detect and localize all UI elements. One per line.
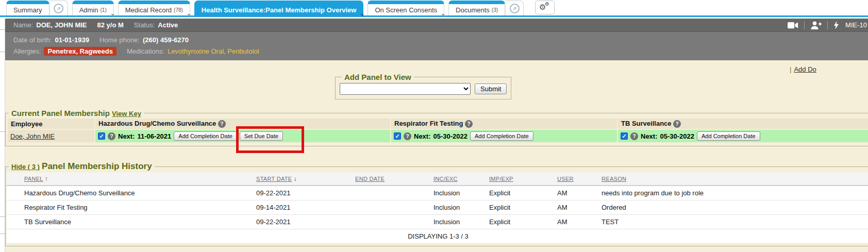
column-title: Hazardous Drug/Chemo Surveillance xyxy=(98,120,216,127)
tb-surveillance-cell: ✓ ? Next: 05-30-2022 Add Completion Date xyxy=(618,130,868,142)
dob-label: Date of birth: xyxy=(13,36,52,44)
reason-cell: Ordered xyxy=(598,200,868,215)
tab-admin[interactable]: Admin (1) xyxy=(72,1,114,15)
add-completion-date-button[interactable]: Add Completion Date xyxy=(470,131,533,141)
member-checkbox[interactable]: ✓ xyxy=(621,132,628,140)
user-cell: AM xyxy=(554,215,598,229)
add-panel-legend: Add Panel to View xyxy=(342,73,414,81)
history-footer-row: DISPLAYING 1-3 / 3 xyxy=(7,229,868,244)
next-due-date: 11-06-2021 xyxy=(138,132,172,140)
panel-membership-history-fieldset: Hide ( 3 ) Panel Membership History PANE… xyxy=(5,161,868,246)
history-row: Hazardous Drug/Chemo Surveillance 09-22-… xyxy=(7,186,868,200)
summary-popout-button[interactable]: ↗ xyxy=(49,1,68,15)
name-label: Name: xyxy=(13,21,33,29)
next-due-label: Next: xyxy=(414,132,431,140)
start-date-cell: 09-22-2021 xyxy=(253,215,352,229)
column-header-imp-exp: IMP/EXP xyxy=(486,173,554,186)
sort-start-date-link[interactable]: START DATE xyxy=(256,176,292,182)
add-completion-date-button[interactable]: Add Completion Date xyxy=(697,131,760,141)
left-panel-gutter[interactable] xyxy=(0,19,5,252)
current-panel-membership-legend: Current Panel Membership View Key xyxy=(9,109,144,117)
dob-value: 01-01-1939 xyxy=(55,36,89,44)
gutter-tick xyxy=(0,52,5,52)
sort-user-link[interactable]: USER xyxy=(557,176,574,182)
next-due-label: Next: xyxy=(641,132,658,140)
hide-history-link[interactable]: Hide ( 3 ) xyxy=(11,163,40,171)
sort-reason-link[interactable]: REASON xyxy=(602,176,626,182)
tab-on-screen-consents[interactable]: On Screen Consents xyxy=(368,1,444,15)
sort-ascending-icon: ↑ xyxy=(45,175,48,182)
sort-imp-exp-link[interactable]: IMP/EXP xyxy=(489,176,513,182)
tab-summary[interactable]: Summary xyxy=(6,1,49,15)
help-icon[interactable]: ? xyxy=(630,132,638,140)
column-header-employee: Employee xyxy=(8,119,94,129)
user-cell: AM xyxy=(554,200,598,215)
open-in-new-window-icon: ↗ xyxy=(54,4,63,13)
set-due-date-button[interactable]: Set Due Date xyxy=(240,131,283,141)
tab-count: (1) xyxy=(100,7,106,13)
lightning-bolt-icon[interactable] xyxy=(833,21,839,29)
column-header-panel: PANEL↑ xyxy=(7,173,253,186)
allergies-badge[interactable]: Penetrex, Ragweeds xyxy=(44,47,116,56)
sort-descending-icon: ↓ xyxy=(293,175,296,182)
set-due-date-wrap: Set Due Date xyxy=(240,131,283,141)
history-row: TB Surveillance 09-22-2021 Inclusion Exp… xyxy=(7,215,868,229)
status-label: Status: xyxy=(134,21,155,29)
column-title: TB Surveillance xyxy=(621,120,672,127)
patient-info-banner: Date of birth: 01-01-1939 Home phone: (2… xyxy=(5,32,868,60)
toolbar-pipe: | xyxy=(790,65,791,73)
inc-exc-cell: Inclusion xyxy=(430,215,486,229)
tab-label: Admin xyxy=(79,6,98,14)
tab-group-health-surveillance: Health Surveillance:Panel Membership Ove… xyxy=(194,1,364,15)
sort-end-date-link[interactable]: END DATE xyxy=(355,176,385,182)
patient-age-sex: 82 y/o M xyxy=(97,21,124,29)
patient-chart-tab-bar: Summary ↗ Admin (1) Medical Record (78) … xyxy=(0,0,868,17)
add-document-toolbar: |Add Do xyxy=(790,65,816,73)
medications-value[interactable]: Levothyroxine Oral, Penbutolol xyxy=(168,47,259,55)
current-panel-header-row: Employee Hazardous Drug/Chemo Surveillan… xyxy=(8,119,868,129)
add-completion-date-button[interactable]: Add Completion Date xyxy=(174,131,237,141)
tab-group-admin: Admin (1) xyxy=(72,1,114,15)
inc-exc-cell: Inclusion xyxy=(430,200,486,215)
imp-exp-cell: Explicit xyxy=(486,215,554,229)
tab-medical-record[interactable]: Medical Record (78) xyxy=(118,1,190,15)
imp-exp-cell: Explicit xyxy=(486,186,554,200)
add-panel-select[interactable] xyxy=(340,83,471,95)
help-icon[interactable]: ? xyxy=(108,132,115,140)
gutter-tick xyxy=(0,233,5,234)
next-due-label: Next: xyxy=(118,132,135,140)
panel-cell: Hazardous Drug/Chemo Surveillance xyxy=(7,186,253,200)
ehr-page: Summary ↗ Admin (1) Medical Record (78) … xyxy=(0,0,868,252)
sort-panel-link[interactable]: PANEL xyxy=(24,176,43,182)
help-icon[interactable]: ? xyxy=(404,132,411,140)
video-camera-icon[interactable] xyxy=(788,22,798,29)
member-checkbox[interactable]: ✓ xyxy=(394,132,401,140)
tab-group-on-screen-consents: On Screen Consents xyxy=(368,1,444,15)
tab-count: (3) xyxy=(492,7,498,13)
next-due-date: 05-30-2022 xyxy=(433,132,468,140)
help-icon[interactable]: ? xyxy=(465,120,473,128)
help-icon[interactable]: ? xyxy=(218,120,226,128)
add-panel-submit-button[interactable]: Submit xyxy=(475,83,507,94)
tab-health-surveillance-panel-membership[interactable]: Health Surveillance:Panel Membership Ove… xyxy=(194,1,364,15)
sort-inc-exc-link[interactable]: INC/EXC xyxy=(433,176,458,182)
end-date-cell xyxy=(352,186,430,200)
tab-group-summary: Summary ↗ xyxy=(6,1,68,15)
help-icon[interactable]: ? xyxy=(673,120,681,128)
patient-status: Active xyxy=(158,21,178,29)
column-header-user: USER xyxy=(554,173,598,186)
patient-name-banner: Name: DOE, JOHN MIE 82 y/o M Status: Act… xyxy=(5,19,868,32)
column-header-tb-surveillance: TB Surveillance ? xyxy=(618,119,868,129)
current-panel-membership-fieldset: Current Panel Membership View Key Employ… xyxy=(5,109,868,146)
view-key-link[interactable]: View Key xyxy=(112,110,141,117)
add-document-link[interactable]: Add Do xyxy=(794,65,816,73)
add-panel-controls: Submit xyxy=(340,82,507,96)
tab-group-medical-record: Medical Record (78) xyxy=(118,1,190,15)
employee-link[interactable]: Doe, John MIE xyxy=(10,132,55,140)
tab-settings-button[interactable]: ⚙ ⚙ xyxy=(535,1,555,14)
documents-popout-button[interactable]: ↗ xyxy=(505,1,524,15)
section-title: Panel Membership History xyxy=(42,161,152,171)
member-checkbox[interactable]: ✓ xyxy=(98,132,105,140)
add-person-icon[interactable] xyxy=(810,21,822,29)
tab-documents[interactable]: Documents (3) xyxy=(448,1,505,15)
